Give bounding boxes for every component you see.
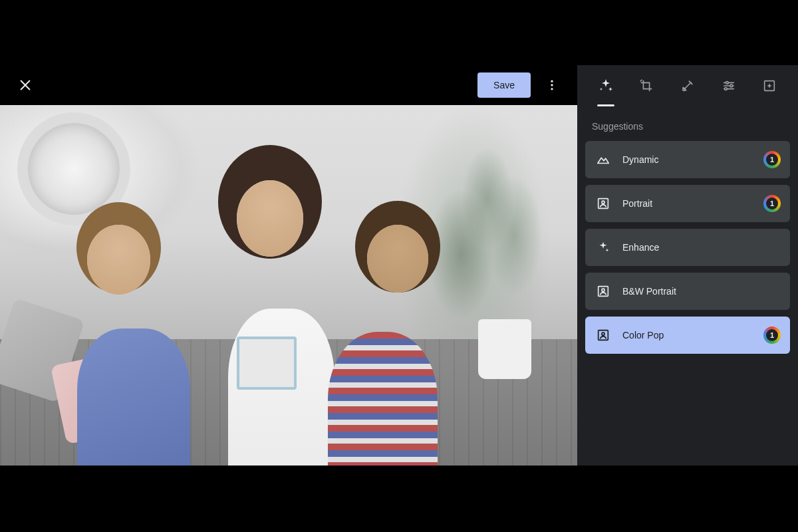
landscape-icon: [596, 152, 610, 167]
suggestion-list: Dynamic 1 Portrait 1 Enhance: [577, 141, 798, 354]
tab-tools[interactable]: [674, 72, 702, 100]
suggestion-bw-portrait[interactable]: B&W Portrait: [585, 273, 790, 310]
sparkle-icon: [598, 78, 614, 94]
portrait-frame-icon: [596, 196, 610, 211]
suggestion-label: Dynamic: [622, 154, 753, 165]
svg-point-3: [551, 84, 553, 86]
svg-point-16: [602, 201, 604, 203]
subject-center-adult: [181, 148, 324, 466]
photo-subjects: [81, 148, 439, 466]
tools-icon: [680, 78, 695, 93]
main-area: Save: [0, 65, 577, 466]
more-vertical-icon: [545, 78, 559, 92]
suggestion-portrait[interactable]: Portrait 1: [585, 185, 790, 222]
edit-sidebar: Suggestions Dynamic 1 Portrait 1: [577, 65, 798, 466]
suggestion-color-pop[interactable]: Color Pop 1: [585, 317, 790, 354]
google-one-badge: 1: [765, 196, 779, 211]
close-icon: [18, 78, 33, 92]
subject-right-child: [310, 148, 439, 466]
tab-adjust[interactable]: [715, 72, 743, 100]
suggestion-label: Color Pop: [622, 330, 753, 340]
suggestion-label: Portrait: [622, 198, 753, 209]
suggestion-label: Enhance: [622, 242, 779, 253]
top-right-controls: Save: [477, 72, 565, 98]
svg-point-11: [724, 88, 727, 90]
photo-planter: [478, 319, 531, 379]
svg-point-20: [602, 332, 604, 335]
photo-canvas[interactable]: [0, 105, 577, 466]
suggestion-dynamic[interactable]: Dynamic 1: [585, 141, 790, 178]
photo-plant: [421, 142, 554, 329]
tab-markup[interactable]: [755, 72, 783, 100]
svg-point-10: [730, 84, 732, 87]
tab-suggestions[interactable]: [592, 72, 620, 100]
tool-tabs: [577, 65, 798, 106]
tab-crop[interactable]: [632, 72, 660, 100]
svg-point-18: [602, 289, 604, 291]
sliders-icon: [722, 78, 736, 93]
suggestion-label: B&W Portrait: [622, 286, 779, 297]
section-title-suggestions: Suggestions: [577, 106, 798, 141]
google-one-badge: 1: [765, 328, 779, 342]
portrait-frame-icon: [596, 284, 610, 299]
suggestion-enhance[interactable]: Enhance: [585, 229, 790, 266]
markup-icon: [762, 78, 777, 93]
portrait-frame-icon: [596, 328, 610, 342]
close-button[interactable]: [12, 72, 39, 98]
svg-point-9: [726, 82, 728, 84]
more-options-button[interactable]: [539, 72, 565, 98]
top-bar: Save: [0, 65, 577, 105]
sparkle-icon: [596, 240, 610, 255]
gift-box: [237, 336, 297, 390]
editor-frame: Save: [0, 65, 798, 466]
save-button[interactable]: Save: [477, 72, 531, 98]
svg-point-2: [551, 80, 553, 82]
google-one-badge: 1: [765, 152, 779, 167]
crop-rotate-icon: [639, 78, 654, 93]
svg-point-4: [551, 88, 553, 90]
